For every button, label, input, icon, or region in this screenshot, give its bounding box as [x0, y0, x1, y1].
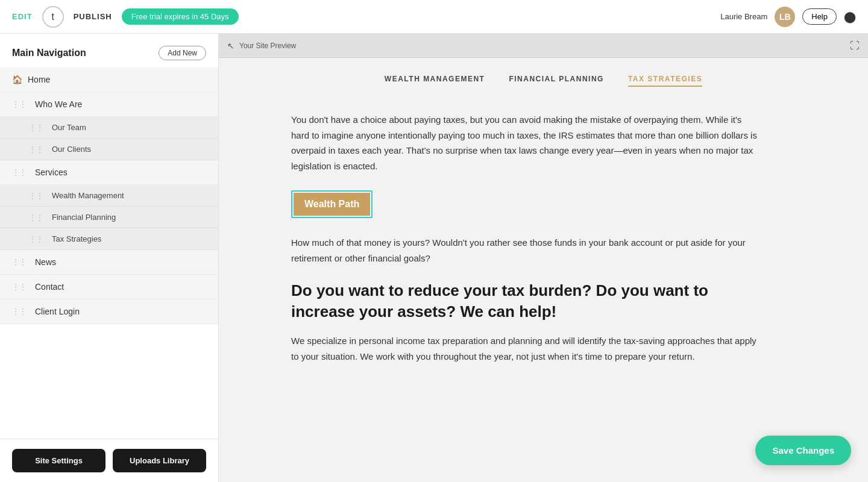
avatar: LB	[775, 7, 795, 27]
drag-icon: ⋮⋮	[12, 168, 27, 177]
nav-sub-item-label: Our Clients	[52, 145, 91, 154]
nav-sub-item-label: Our Team	[52, 123, 86, 132]
body-text: We specialize in personal income tax pre…	[291, 333, 761, 364]
nav-item-label: Who We Are	[35, 99, 82, 109]
preview-bar-left: ↖ Your Site Preview	[227, 41, 296, 51]
drag-icon: ⋮⋮	[12, 258, 27, 266]
logo-icon: t	[42, 6, 64, 28]
save-changes-button[interactable]: Save Changes	[755, 436, 851, 465]
site-nav-wealth-management[interactable]: WEALTH MANAGEMENT	[385, 75, 485, 87]
sidebar-nav: 🏠 Home ⋮⋮ Who We Are ⋮⋮ Our Team ⋮⋮ Our …	[0, 67, 218, 439]
site-body: You don't have a choice about paying tax…	[219, 93, 868, 388]
drag-icon: ⋮⋮	[29, 192, 43, 200]
nav-item-label: Home	[28, 75, 50, 84]
sidebar-item-home[interactable]: 🏠 Home	[0, 67, 218, 92]
top-bar: EDIT t PUBLISH Free trial expires in 45 …	[0, 0, 868, 34]
sidebar-footer: Site Settings Uploads Library	[0, 439, 218, 482]
site-settings-button[interactable]: Site Settings	[12, 449, 105, 472]
site-heading: Do you want to reduce your tax burden? D…	[291, 280, 761, 322]
nav-sub-item-label: Financial Planning	[52, 213, 116, 222]
publish-button[interactable]: PUBLISH	[74, 12, 112, 21]
nav-item-label: Contact	[35, 282, 64, 292]
nav-sub-item-label: Tax Strategies	[52, 234, 101, 243]
sidebar-title: Main Navigation	[12, 48, 86, 58]
sidebar-item-services[interactable]: ⋮⋮ Services	[0, 160, 218, 185]
preview-label: Your Site Preview	[239, 42, 296, 50]
main-layout: Main Navigation Add New 🏠 Home ⋮⋮ Who We…	[0, 34, 868, 482]
sidebar-header: Main Navigation Add New	[0, 34, 218, 67]
secondary-text: How much of that money is yours? Wouldn'…	[291, 235, 761, 266]
add-new-button[interactable]: Add New	[159, 46, 206, 60]
sidebar-item-our-clients[interactable]: ⋮⋮ Our Clients	[0, 139, 218, 160]
site-nav-tax-strategies[interactable]: TAX STRATEGIES	[628, 75, 702, 87]
sidebar: Main Navigation Add New 🏠 Home ⋮⋮ Who We…	[0, 34, 219, 482]
drag-icon: ⋮⋮	[29, 124, 43, 132]
sidebar-item-client-login[interactable]: ⋮⋮ Client Login	[0, 299, 218, 324]
site-nav-financial-planning[interactable]: FINANCIAL PLANNING	[509, 75, 603, 87]
preview-bar: ↖ Your Site Preview ⛶	[219, 34, 868, 58]
drag-icon: ⋮⋮	[12, 307, 27, 316]
drag-icon: ⋮⋮	[12, 283, 27, 291]
trial-badge[interactable]: Free trial expires in 45 Days	[122, 8, 239, 25]
sidebar-item-our-team[interactable]: ⋮⋮ Our Team	[0, 117, 218, 139]
preview-content: WEALTH MANAGEMENT FINANCIAL PLANNING TAX…	[219, 58, 868, 482]
edit-button[interactable]: EDIT	[12, 12, 33, 21]
preview-resize-icon: ↖	[227, 41, 234, 51]
nav-item-label: Services	[35, 167, 68, 177]
sidebar-item-contact[interactable]: ⋮⋮ Contact	[0, 275, 218, 299]
more-options-icon[interactable]: ⬤	[844, 10, 856, 23]
drag-icon: ⋮⋮	[12, 100, 27, 108]
site-navigation: WEALTH MANAGEMENT FINANCIAL PLANNING TAX…	[219, 58, 868, 93]
intro-text: You don't have a choice about paying tax…	[291, 112, 761, 174]
drag-icon: ⋮⋮	[29, 235, 43, 243]
nav-item-label: News	[35, 257, 56, 267]
home-icon: 🏠	[12, 75, 22, 84]
sidebar-item-who-we-are[interactable]: ⋮⋮ Who We Are	[0, 92, 218, 117]
drag-icon: ⋮⋮	[29, 213, 43, 222]
sidebar-item-wealth-management[interactable]: ⋮⋮ Wealth Management	[0, 185, 218, 207]
sidebar-item-financial-planning[interactable]: ⋮⋮ Financial Planning	[0, 207, 218, 228]
wealth-path-button[interactable]: Wealth Path	[294, 193, 370, 216]
top-bar-right: Laurie Bream LB Help ⬤	[720, 7, 856, 27]
user-name: Laurie Bream	[720, 12, 767, 21]
preview-pane: ↖ Your Site Preview ⛶ WEALTH MANAGEMENT …	[219, 34, 868, 482]
drag-icon: ⋮⋮	[29, 145, 43, 154]
nav-item-label: Client Login	[35, 307, 80, 316]
preview-expand-icon[interactable]: ⛶	[850, 40, 860, 51]
sidebar-item-tax-strategies[interactable]: ⋮⋮ Tax Strategies	[0, 228, 218, 250]
uploads-library-button[interactable]: Uploads Library	[113, 449, 206, 472]
sidebar-item-news[interactable]: ⋮⋮ News	[0, 250, 218, 275]
help-button[interactable]: Help	[802, 8, 837, 25]
nav-sub-item-label: Wealth Management	[52, 191, 124, 200]
wealth-path-button-wrapper[interactable]: Wealth Path	[291, 190, 373, 218]
